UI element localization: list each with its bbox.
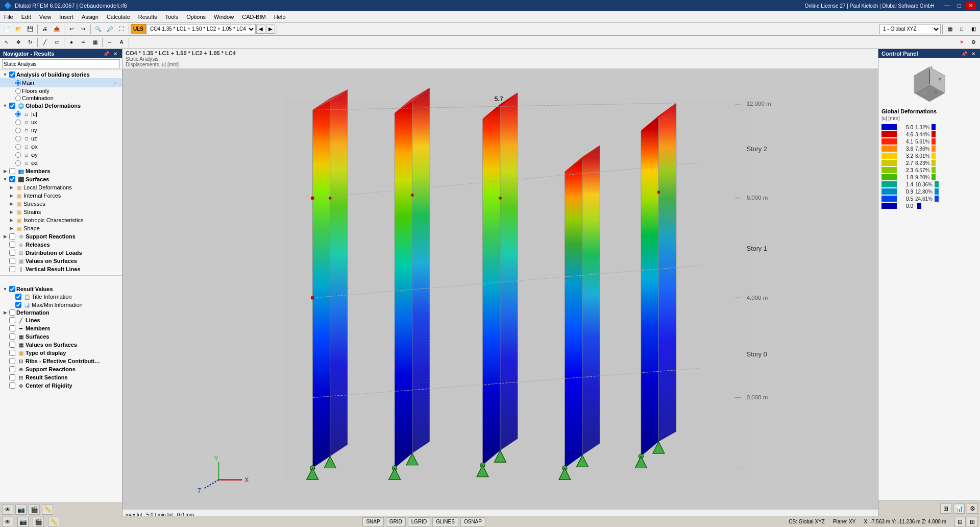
radio-u-abs[interactable] — [15, 111, 21, 117]
tree-item-u-abs[interactable]: □ |u| — [0, 110, 122, 118]
tree-item-result-values[interactable]: ▼ Result Values — [0, 285, 122, 293]
tree-item-ribs-effective[interactable]: ⊡ Ribs - Effective Contribution on Surfa… — [0, 357, 122, 365]
toggle-internal-forces[interactable]: ▶ — [8, 193, 14, 199]
menu-edit[interactable]: Edit — [17, 11, 35, 22]
shading-btn[interactable]: ◧ — [968, 23, 979, 35]
minimize-button[interactable]: — — [942, 2, 953, 10]
cp-pin-btn[interactable]: 📌 — [960, 51, 969, 57]
grid-btn[interactable]: GRID — [386, 517, 406, 526]
toggle-global-def[interactable]: ▼ — [2, 103, 8, 109]
tree-item-releases[interactable]: ⊕ Releases — [0, 241, 122, 249]
tree-item-title-info[interactable]: 📋 Title Information — [0, 293, 122, 301]
wireframe-btn[interactable]: □ — [956, 23, 967, 35]
tree-item-isotropic[interactable]: ▶ ▦ Isotropic Characteristics — [0, 216, 122, 224]
tree-item-analysis-stories[interactable]: ▼ Analysis of building stories — [0, 71, 122, 78]
tree-item-maxmin-info[interactable]: 📊 Max/Min Information — [0, 301, 122, 309]
node-btn[interactable]: ● — [66, 37, 77, 48]
toggle-surfaces[interactable]: ▼ — [2, 176, 8, 182]
radio-ux[interactable] — [15, 119, 21, 125]
tree-item-uz[interactable]: □ uz — [0, 134, 122, 142]
export-btn[interactable]: 📤 — [51, 23, 62, 35]
tree-item-lines2[interactable]: ╱ Lines — [0, 316, 122, 324]
tree-toggle-analysis[interactable]: ▼ — [2, 71, 8, 78]
orientation-cube[interactable]: -Y X -Z Y — [881, 64, 977, 105]
line-btn[interactable]: ╱ — [39, 37, 51, 48]
tree-item-internal-forces[interactable]: ▶ ▦ Internal Forces — [0, 191, 122, 200]
zoom-in-btn[interactable]: 🔍 — [92, 23, 104, 35]
cp-chart-btn[interactable]: 📊 — [953, 504, 965, 514]
dim-btn[interactable]: ↔ — [104, 37, 115, 48]
nav-footer-btn3[interactable]: 🎬 — [29, 505, 40, 515]
cp-settings-btn[interactable]: ⚙ — [967, 504, 978, 514]
cb-global-deformations[interactable] — [9, 103, 15, 109]
tree-item-members[interactable]: ▶ 👥 Members — [0, 167, 122, 175]
tree-item-result-sections[interactable]: ⊟ Result Sections — [0, 373, 122, 381]
tree-item-members2[interactable]: ━ Members — [0, 324, 122, 332]
tree-item-global-deformations[interactable]: ▼ 🌐 Global Deformations — [0, 102, 122, 110]
menu-tools[interactable]: Tools — [161, 11, 182, 22]
maximize-cp-btn[interactable]: ⊞ — [967, 517, 978, 527]
nav-footer-btn1[interactable]: 👁 — [2, 505, 13, 515]
coord-system-select[interactable]: 1 - Global XYZ — [879, 24, 941, 34]
cb-releases[interactable] — [9, 242, 15, 248]
next-load-btn[interactable]: ▶ — [266, 25, 275, 34]
tree-item-shape[interactable]: ▶ ▦ Shape — [0, 224, 122, 232]
cp-close-btn[interactable]: ✕ — [970, 51, 977, 57]
cb-maxmin-info[interactable] — [15, 302, 21, 308]
toggle-result-values[interactable]: ▼ — [2, 286, 8, 292]
menu-file[interactable]: File — [0, 11, 17, 22]
toggle-shape[interactable]: ▶ — [8, 225, 14, 231]
status-icon2[interactable]: 📷 — [17, 517, 29, 527]
prev-load-btn[interactable]: ◀ — [256, 25, 265, 34]
new-btn[interactable]: 📄 — [1, 23, 12, 35]
tree-item-surfaces2[interactable]: ▦ Surfaces — [0, 332, 122, 341]
radio-phiz[interactable] — [15, 160, 21, 166]
tree-item-surfaces[interactable]: ▼ ⬛ Surfaces — [0, 175, 122, 183]
menu-cad-bim[interactable]: CAD-BIM — [238, 11, 270, 22]
cb-deformation2[interactable] — [9, 309, 15, 316]
tree-item-center-rigidity[interactable]: ⊕ Center of Rigidity — [0, 381, 122, 390]
cb-vals-surfs2[interactable] — [9, 342, 15, 348]
cb-vert-result-lines[interactable] — [9, 266, 15, 272]
radio-uy[interactable] — [15, 128, 21, 133]
save-btn[interactable]: 💾 — [24, 23, 36, 35]
cp-table-btn[interactable]: ⊞ — [940, 504, 951, 514]
radio-uz[interactable] — [15, 136, 21, 141]
viewport-canvas[interactable]: Story 2 Story 1 Story 0 12.000 m 8.000 m… — [122, 69, 878, 509]
lgrid-btn[interactable]: LGRID — [408, 517, 431, 526]
toggle-support-reactions[interactable]: ▶ — [2, 233, 8, 239]
menu-insert[interactable]: Insert — [55, 11, 78, 22]
cb-support-reactions[interactable] — [9, 233, 15, 239]
tree-item-combination[interactable]: Combination — [0, 94, 122, 102]
navigator-search-input[interactable] — [2, 59, 120, 68]
tree-item-local-deformations[interactable]: ▶ ▦ Local Deformations — [0, 183, 122, 191]
zoom-out-btn[interactable]: 🔎 — [104, 23, 115, 35]
cb-title-info[interactable] — [15, 294, 21, 300]
tree-item-floors-only[interactable]: Floors only — [0, 87, 122, 94]
cb-members2[interactable] — [9, 325, 15, 331]
tree-item-main[interactable]: Main ← — [0, 78, 122, 87]
radio-phix[interactable] — [15, 144, 21, 150]
cb-surfaces[interactable] — [9, 176, 15, 182]
cb-result-sections[interactable] — [9, 374, 15, 380]
nav-footer-btn4[interactable]: 📏 — [42, 505, 53, 515]
tree-item-ux[interactable]: □ ux — [0, 118, 122, 126]
member-btn[interactable]: ━ — [78, 37, 89, 48]
move-btn[interactable]: ✥ — [13, 37, 24, 48]
tree-item-distribution-loads[interactable]: ⊞ Distribution of Loads — [0, 249, 122, 257]
tree-item-vert-result-lines[interactable]: ‖ Vertical Result Lines — [0, 265, 122, 273]
redo-btn[interactable]: ↪ — [78, 23, 89, 35]
rect-btn[interactable]: ▭ — [51, 37, 62, 48]
tree-item-phix[interactable]: □ φx — [0, 142, 122, 151]
cb-dist-loads[interactable] — [9, 250, 15, 256]
tree-item-values-surfaces[interactable]: ▦ Values on Surfaces — [0, 257, 122, 265]
snap-btn[interactable]: SNAP — [362, 517, 383, 526]
settings-btn[interactable]: ⚙ — [968, 37, 979, 48]
toggle-local-def[interactable]: ▶ — [8, 184, 14, 190]
tree-item-strains[interactable]: ▶ ▦ Strains — [0, 208, 122, 216]
tree-item-phiz[interactable]: □ φz — [0, 159, 122, 167]
menu-help[interactable]: Help — [270, 11, 290, 22]
toggle-stresses[interactable]: ▶ — [8, 201, 14, 207]
cb-values-surfaces[interactable] — [9, 258, 15, 264]
open-btn[interactable]: 📂 — [13, 23, 24, 35]
